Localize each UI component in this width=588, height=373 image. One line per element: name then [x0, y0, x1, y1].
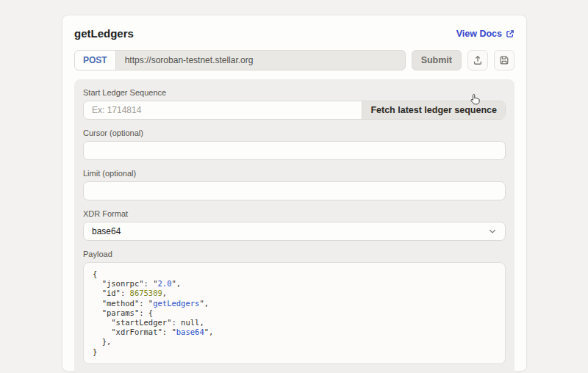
- share-button[interactable]: [467, 50, 488, 70]
- payload-code-block[interactable]: { "jsonrpc": "2.0", "id": 8675309, "meth…: [83, 262, 506, 364]
- fetch-latest-ledger-button[interactable]: Fetch latest ledger sequence: [362, 101, 505, 119]
- page-title: getLedgers: [74, 27, 134, 40]
- start-ledger-input[interactable]: [84, 101, 362, 119]
- limit-input[interactable]: [83, 181, 506, 200]
- api-method-card: getLedgers View Docs POST https://soroba…: [62, 15, 527, 372]
- request-bar: POST https://soroban-testnet.stellar.org…: [74, 50, 514, 70]
- card-header: getLedgers View Docs: [74, 27, 514, 40]
- xdr-format-select[interactable]: base64: [83, 222, 506, 241]
- view-docs-label: View Docs: [456, 29, 502, 39]
- xdr-format-selected-value: base64: [92, 226, 121, 236]
- start-ledger-field-group: Start Ledger Sequence Fetch latest ledge…: [83, 88, 506, 120]
- cursor-field-group: Cursor (optional): [83, 128, 506, 160]
- xdr-format-field-group: XDR Format base64: [83, 209, 506, 241]
- payload-field-group: Payload { "jsonrpc": "2.0", "id": 867530…: [83, 250, 506, 364]
- params-panel: Start Ledger Sequence Fetch latest ledge…: [74, 79, 514, 373]
- limit-label: Limit (optional): [83, 169, 506, 178]
- save-icon: [499, 55, 509, 65]
- payload-label: Payload: [83, 250, 506, 258]
- cursor-input[interactable]: [83, 141, 506, 160]
- start-ledger-label: Start Ledger Sequence: [83, 88, 506, 97]
- external-link-icon: [506, 29, 514, 38]
- http-method-badge: POST: [75, 51, 116, 70]
- view-docs-link[interactable]: View Docs: [456, 29, 514, 39]
- cursor-label: Cursor (optional): [83, 128, 506, 137]
- xdr-format-label: XDR Format: [83, 209, 506, 218]
- limit-field-group: Limit (optional): [83, 169, 506, 200]
- endpoint-url-group: POST https://soroban-testnet.stellar.org: [74, 50, 406, 70]
- endpoint-url-input[interactable]: https://soroban-testnet.stellar.org: [116, 51, 405, 70]
- chevron-down-icon: [488, 227, 497, 236]
- submit-button[interactable]: Submit: [412, 50, 462, 70]
- save-button[interactable]: [494, 50, 514, 70]
- share-icon: [473, 55, 483, 65]
